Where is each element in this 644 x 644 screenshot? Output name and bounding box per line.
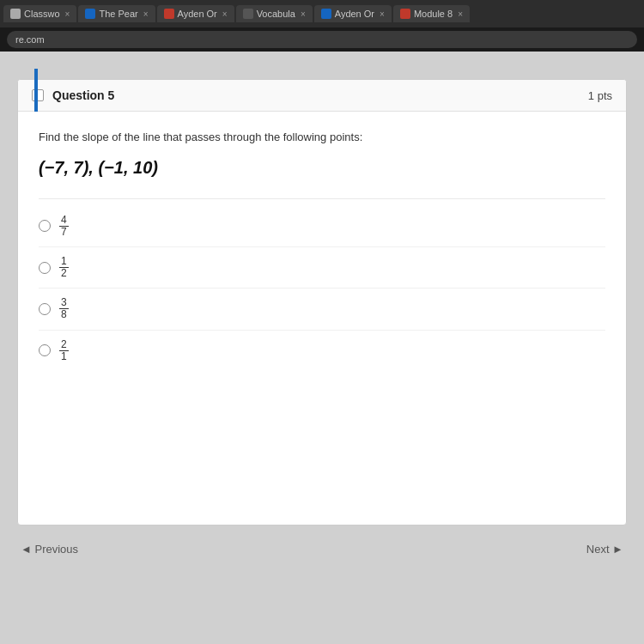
tab-icon-vocab bbox=[243, 9, 253, 19]
tab-close-classwo[interactable]: × bbox=[65, 9, 70, 19]
answer-options: 4 7 1 2 3 8 bbox=[39, 206, 605, 372]
numerator-a: 4 bbox=[59, 215, 69, 227]
denominator-d: 1 bbox=[59, 351, 69, 362]
numerator-b: 1 bbox=[59, 256, 69, 268]
question-points: 1 pts bbox=[588, 89, 612, 102]
tab-close-ayden1[interactable]: × bbox=[222, 9, 228, 19]
tab-classwo[interactable]: Classwo× bbox=[3, 5, 76, 22]
nav-footer: ◄ Previous Next ► bbox=[17, 532, 627, 566]
tab-icon-ayden1 bbox=[164, 9, 174, 19]
answer-option-d[interactable]: 2 1 bbox=[39, 331, 605, 371]
address-input[interactable] bbox=[7, 31, 637, 48]
fraction-a: 4 7 bbox=[59, 215, 69, 238]
answer-option-c[interactable]: 3 8 bbox=[39, 289, 605, 330]
tab-ayden2[interactable]: Ayden Or× bbox=[314, 5, 392, 22]
tab-vocab[interactable]: Vocabula× bbox=[236, 5, 313, 22]
tab-module[interactable]: Module 8× bbox=[393, 5, 470, 22]
address-bar bbox=[0, 27, 644, 52]
browser-chrome: Classwo×The Pear×Ayden Or×Vocabula×Ayden… bbox=[0, 0, 644, 52]
radio-a[interactable] bbox=[39, 220, 51, 232]
divider bbox=[39, 198, 605, 199]
denominator-c: 8 bbox=[59, 309, 69, 320]
tab-label-module: Module 8 bbox=[414, 9, 453, 19]
fraction-b: 1 2 bbox=[59, 256, 69, 279]
tab-close-module[interactable]: × bbox=[458, 9, 463, 19]
math-expression: (−7, 7), (−1, 10) bbox=[39, 158, 605, 178]
question-body: Find the slope of the line that passes t… bbox=[18, 112, 626, 388]
next-button[interactable]: Next ► bbox=[586, 543, 623, 556]
tab-label-vocab: Vocabula bbox=[257, 9, 295, 19]
tab-icon-classwo bbox=[10, 9, 21, 19]
question-header-left: Question 5 bbox=[32, 88, 114, 102]
question-header: Question 5 1 pts bbox=[18, 80, 626, 112]
tab-label-ayden1: Ayden Or bbox=[178, 9, 217, 19]
question-card: Question 5 1 pts Find the slope of the l… bbox=[17, 79, 627, 526]
tab-icon-ayden2 bbox=[321, 9, 331, 19]
radio-b[interactable] bbox=[39, 262, 51, 274]
question-title: Question 5 bbox=[52, 88, 114, 102]
page-content: Question 5 1 pts Find the slope of the l… bbox=[0, 52, 644, 644]
tab-label-classwo: Classwo bbox=[24, 9, 60, 19]
tab-close-thepear[interactable]: × bbox=[143, 9, 149, 19]
tab-close-ayden2[interactable]: × bbox=[380, 9, 385, 19]
denominator-b: 2 bbox=[59, 268, 69, 279]
radio-c[interactable] bbox=[39, 303, 51, 315]
fraction-c: 3 8 bbox=[59, 297, 69, 320]
tab-ayden1[interactable]: Ayden Or× bbox=[157, 5, 234, 22]
denominator-a: 7 bbox=[59, 227, 69, 238]
tab-label-thepear: The Pear bbox=[99, 9, 137, 19]
tab-icon-thepear bbox=[85, 9, 95, 19]
fraction-d: 2 1 bbox=[59, 339, 69, 362]
accent-bar bbox=[34, 69, 38, 112]
tab-label-ayden2: Ayden Or bbox=[335, 9, 374, 19]
question-text: Find the slope of the line that passes t… bbox=[39, 129, 605, 146]
radio-d[interactable] bbox=[39, 344, 51, 356]
previous-button[interactable]: ◄ Previous bbox=[21, 543, 78, 556]
tab-icon-module bbox=[400, 9, 410, 19]
tab-close-vocab[interactable]: × bbox=[301, 9, 306, 19]
answer-option-b[interactable]: 1 2 bbox=[39, 247, 605, 289]
tab-bar: Classwo×The Pear×Ayden Or×Vocabula×Ayden… bbox=[0, 0, 644, 27]
tab-thepear[interactable]: The Pear× bbox=[78, 5, 155, 22]
answer-option-a[interactable]: 4 7 bbox=[39, 206, 605, 247]
numerator-d: 2 bbox=[59, 339, 69, 351]
numerator-c: 3 bbox=[59, 297, 69, 309]
